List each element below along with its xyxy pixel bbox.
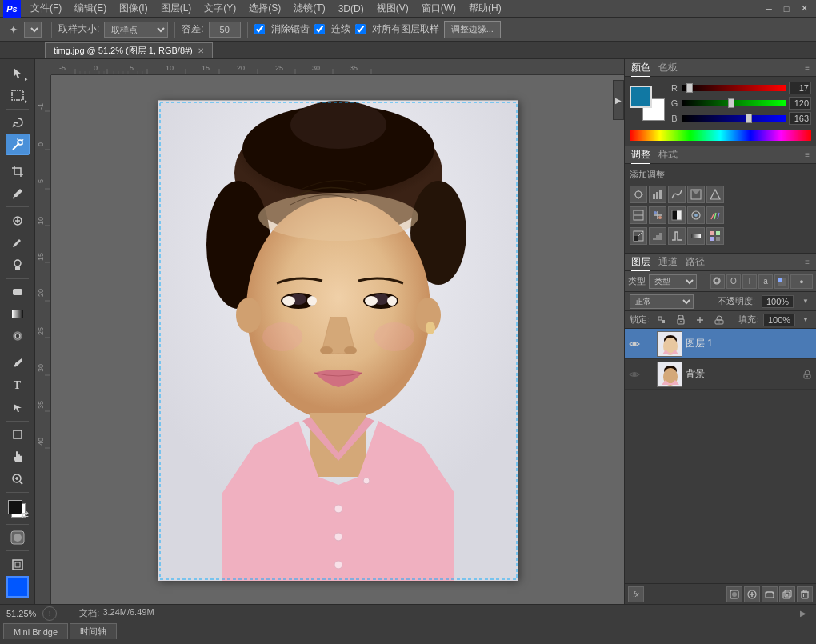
quick-mask-button[interactable] <box>6 527 30 549</box>
blend-mode-select[interactable]: 正常 <box>630 294 694 309</box>
paths-tab[interactable]: 路径 <box>686 254 705 271</box>
g-channel-slider[interactable] <box>682 100 786 106</box>
filter-by-attr-btn[interactable]: a <box>758 274 773 289</box>
clone-stamp-tool[interactable] <box>6 254 30 276</box>
type-tool[interactable]: T <box>6 375 30 397</box>
layer-item-bg[interactable]: 背景 <box>625 359 816 390</box>
menu-layer[interactable]: 图层(L) <box>154 0 198 17</box>
gradientmap-adj-btn[interactable] <box>687 227 705 245</box>
panel-collapse-arrow[interactable]: ▶ <box>613 80 624 120</box>
file-tab[interactable]: timg.jpg @ 51.2% (图层 1, RGB/8#) ✕ <box>45 42 213 58</box>
g-value-input[interactable] <box>789 97 811 110</box>
color-tab[interactable]: 颜色 <box>631 59 650 77</box>
add-mask-button[interactable] <box>726 586 742 602</box>
levels-adj-btn[interactable] <box>649 186 666 203</box>
b-channel-slider[interactable] <box>682 115 786 122</box>
layers-panel-menu[interactable]: ≡ <box>805 258 810 266</box>
tab-close-button[interactable]: ✕ <box>198 46 204 55</box>
adjustments-tab[interactable]: 调整 <box>631 146 650 164</box>
blur-tool[interactable] <box>6 326 30 347</box>
selectivecolor-adj-btn[interactable] <box>706 227 724 245</box>
app-frame-button[interactable] <box>6 576 29 598</box>
filter-by-name-btn[interactable] <box>710 274 725 289</box>
path-selection-tool[interactable] <box>6 397 30 418</box>
colorbalance-adj-btn[interactable] <box>649 206 666 224</box>
magic-wand-tool[interactable] <box>6 134 30 155</box>
fill-arrow[interactable]: ▼ <box>800 314 811 326</box>
menu-help[interactable]: 帮助(H) <box>462 0 508 17</box>
fill-input[interactable] <box>763 314 795 326</box>
minimize-button[interactable]: ─ <box>760 0 778 18</box>
adj-panel-menu[interactable]: ≡ <box>805 150 810 159</box>
eraser-tool[interactable] <box>6 282 30 303</box>
exposure-adj-btn[interactable] <box>687 186 705 203</box>
lock-transparent-btn[interactable] <box>654 313 669 327</box>
zoom-warning-icon[interactable]: ! <box>42 606 57 621</box>
vibrance-adj-btn[interactable] <box>706 186 724 203</box>
add-adjustment-button[interactable] <box>744 586 760 602</box>
zoom-tool[interactable] <box>6 468 30 490</box>
lock-position-btn[interactable] <box>693 313 707 327</box>
swatches-tab[interactable]: 色板 <box>658 59 678 77</box>
b-value-input[interactable] <box>789 112 811 125</box>
lasso-tool[interactable] <box>6 111 30 133</box>
filter-by-mode-btn[interactable]: T <box>742 274 757 289</box>
lock-image-btn[interactable] <box>674 313 688 327</box>
tolerance-input[interactable] <box>209 22 241 38</box>
channels-tab[interactable]: 通道 <box>658 254 678 271</box>
delete-layer-button[interactable] <box>797 586 813 602</box>
invert-adj-btn[interactable] <box>630 227 647 245</box>
menu-3d[interactable]: 3D(D) <box>332 2 370 16</box>
sample-size-select[interactable]: 取样点 <box>104 22 168 38</box>
close-button[interactable]: ✕ <box>795 0 813 18</box>
opacity-arrow[interactable]: ▼ <box>800 296 811 307</box>
arrow-tool[interactable]: ▸ <box>6 62 30 84</box>
menu-filter[interactable]: 滤镜(T) <box>287 0 331 17</box>
menu-file[interactable]: 文件(F) <box>24 0 68 17</box>
healing-brush-tool[interactable] <box>6 210 30 231</box>
refine-edge-button[interactable]: 调整边缘... <box>444 21 501 38</box>
filter-toggle-btn[interactable]: ● <box>790 274 813 289</box>
layer-filter-select[interactable]: 类型 <box>649 274 697 289</box>
mini-bridge-tab[interactable]: Mini Bridge <box>3 623 68 639</box>
menu-select[interactable]: 选择(S) <box>242 0 287 17</box>
hand-tool[interactable] <box>6 446 30 468</box>
layer-fx-button[interactable]: fx <box>628 586 644 602</box>
channelmixer-adj-btn[interactable] <box>706 206 724 224</box>
timeline-tab[interactable]: 时间轴 <box>70 623 117 639</box>
screen-mode-button[interactable] <box>6 554 30 575</box>
lock-all-btn[interactable] <box>712 313 726 327</box>
curves-adj-btn[interactable] <box>668 186 686 203</box>
antialiasing-checkbox[interactable] <box>254 24 265 34</box>
filter-by-color-btn[interactable] <box>774 274 789 289</box>
layers-tab[interactable]: 图层 <box>631 254 650 271</box>
layer-1-visibility-toggle[interactable] <box>628 338 641 350</box>
canvas-content[interactable] <box>51 75 624 604</box>
menu-window[interactable]: 窗口(W) <box>415 0 462 17</box>
shape-tool[interactable] <box>6 424 30 446</box>
styles-tab[interactable]: 样式 <box>658 146 678 164</box>
menu-image[interactable]: 图像(I) <box>113 0 154 17</box>
pen-tool[interactable] <box>6 353 30 374</box>
color-spectrum[interactable] <box>630 130 811 141</box>
threshold-adj-btn[interactable] <box>668 227 686 245</box>
gradient-tool[interactable] <box>6 303 30 325</box>
posterize-adj-btn[interactable] <box>649 227 666 245</box>
r-value-input[interactable] <box>789 82 811 94</box>
swap-colors-icon[interactable]: ⇄ <box>21 509 29 520</box>
bw-adj-btn[interactable] <box>668 206 686 224</box>
photofilter-adj-btn[interactable] <box>687 206 705 224</box>
layer-item-1[interactable]: 图层 1 <box>625 329 816 359</box>
all-layers-checkbox[interactable] <box>355 24 366 34</box>
layer-group-button[interactable] <box>762 586 778 602</box>
brush-tool[interactable] <box>6 232 30 254</box>
color-panel-menu[interactable]: ≡ <box>805 63 810 72</box>
menu-view[interactable]: 视图(V) <box>370 0 415 17</box>
menu-edit[interactable]: 编辑(E) <box>68 0 113 17</box>
brightness-adj-btn[interactable] <box>630 186 647 203</box>
color-swatch-area[interactable]: ⇄ <box>5 497 30 521</box>
tool-variant-select[interactable] <box>24 22 42 38</box>
opacity-input[interactable] <box>762 295 794 308</box>
r-channel-slider[interactable] <box>682 85 786 91</box>
fg-color-box[interactable] <box>630 86 652 108</box>
